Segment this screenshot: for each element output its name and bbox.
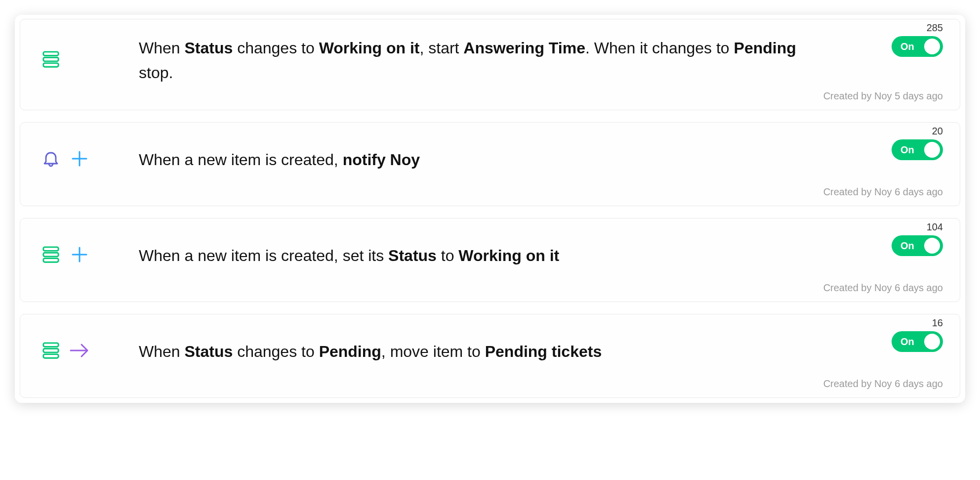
status-icon (41, 341, 60, 360)
svg-rect-12 (43, 354, 58, 358)
rule-token: notify Noy (343, 151, 420, 169)
svg-rect-2 (43, 63, 58, 67)
automation-description: When a new item is created, set its Stat… (139, 244, 559, 268)
status-icon (41, 50, 60, 69)
rule-text-fragment: , move item to (381, 343, 485, 360)
rule-text-fragment: . When it changes to (585, 39, 734, 57)
plus-icon (70, 245, 89, 264)
bell-icon (41, 149, 61, 169)
status-icon-slot (40, 340, 62, 361)
plus-icon (70, 149, 89, 169)
arrow-right-icon (69, 341, 90, 360)
rule-text-fragment: changes to (233, 343, 319, 360)
run-count: 104 (927, 221, 943, 233)
rule-text-fragment: When (139, 39, 184, 57)
rule-token: Answering Time (463, 39, 585, 57)
rule-token: Pending tickets (485, 343, 602, 360)
toggle-label: On (900, 41, 914, 52)
automation-icons (40, 340, 139, 361)
automation-card[interactable]: When a new item is created, set its Stat… (20, 218, 960, 302)
toggle-knob (924, 238, 940, 254)
arrow-icon-slot (69, 340, 90, 361)
run-count: 20 (932, 126, 943, 137)
status-icon (41, 245, 60, 264)
rule-text-fragment: When (139, 343, 184, 360)
svg-rect-1 (43, 57, 58, 61)
automation-toggle[interactable]: On (892, 331, 943, 352)
automation-card[interactable]: When Status changes to Working on it, st… (20, 19, 960, 110)
run-count: 16 (932, 317, 943, 329)
automation-toggle[interactable]: On (892, 235, 943, 256)
automation-toggle[interactable]: On (892, 139, 943, 160)
svg-rect-5 (43, 247, 58, 251)
created-by-text: Created by Noy 5 days ago (823, 90, 943, 102)
status-icon-slot (40, 48, 62, 70)
run-count: 285 (927, 22, 943, 34)
automation-icons (40, 244, 139, 265)
rule-text-fragment: , start (419, 39, 463, 57)
automation-description: When Status changes to Pending, move ite… (139, 340, 602, 364)
automation-description: When Status changes to Working on it, st… (139, 36, 801, 85)
rule-text-fragment: changes to (233, 39, 319, 57)
rule-text-fragment: to (437, 247, 458, 264)
toggle-label: On (900, 144, 914, 156)
created-by-text: Created by Noy 6 days ago (823, 186, 943, 198)
rule-token: Status (388, 247, 437, 264)
rule-token: Status (184, 39, 233, 57)
svg-rect-6 (43, 253, 58, 257)
automation-card[interactable]: When a new item is created, notify Noy20… (20, 122, 960, 206)
svg-rect-11 (43, 349, 58, 352)
toggle-label: On (900, 336, 914, 348)
svg-rect-0 (43, 51, 58, 55)
toggle-knob (924, 142, 940, 158)
svg-rect-10 (43, 343, 58, 347)
status-icon-slot (40, 244, 62, 265)
svg-rect-7 (43, 259, 58, 262)
rule-token: Pending (734, 39, 796, 57)
created-by-text: Created by Noy 6 days ago (823, 378, 943, 390)
rule-token: Working on it (319, 39, 420, 57)
automations-panel: When Status changes to Working on it, st… (15, 15, 965, 403)
rule-text-fragment: When a new item is created, set its (139, 247, 388, 264)
created-by-text: Created by Noy 6 days ago (823, 282, 943, 294)
automation-icons (40, 148, 139, 170)
automation-card[interactable]: When Status changes to Pending, move ite… (20, 314, 960, 398)
rule-token: Pending (319, 343, 381, 360)
automation-description: When a new item is created, notify Noy (139, 148, 420, 173)
toggle-label: On (900, 240, 914, 252)
rule-text-fragment: stop. (139, 64, 173, 82)
rule-token: Status (184, 343, 233, 360)
plus-icon-slot (69, 148, 90, 170)
automation-toggle[interactable]: On (892, 36, 943, 57)
toggle-knob (924, 39, 940, 54)
bell-icon-slot (40, 148, 62, 170)
automation-icons (40, 48, 139, 70)
plus-icon-slot (69, 244, 90, 265)
rule-token: Working on it (458, 247, 559, 264)
rule-text-fragment: When a new item is created, (139, 151, 343, 169)
toggle-knob (924, 334, 940, 349)
